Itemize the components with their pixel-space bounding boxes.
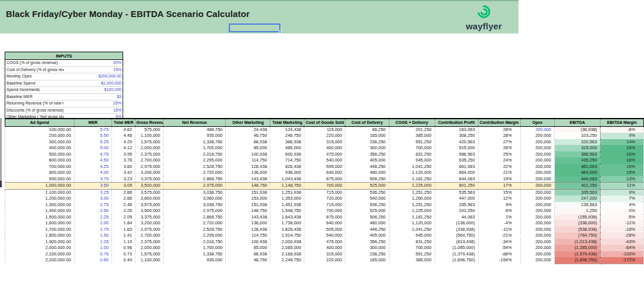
cell-mer[interactable]: 2.75: [74, 202, 112, 208]
cell-other-marketing[interactable]: 153,000: [226, 196, 270, 202]
cell-total-marketing[interactable]: 124,438: [270, 126, 304, 133]
cell-gross-revenue[interactable]: 2,000,000: [135, 245, 164, 251]
cell-other-marketing[interactable]: 85,000: [226, 245, 270, 251]
cell-total-marketing[interactable]: 826,438: [270, 164, 304, 170]
cell-net-revenue[interactable]: 2,018,750: [164, 239, 226, 245]
cell-ad-spend[interactable]: 1,700,000.00: [5, 227, 74, 233]
selected-cell[interactable]: [229, 23, 280, 32]
column-header-cogs-delivery[interactable]: COGS + Delivery: [389, 119, 435, 126]
cell-ad-spend[interactable]: 1,400,000.00: [5, 208, 74, 214]
cell-ad-spend[interactable]: 1,100,000.00: [5, 189, 74, 196]
cell-ad-spend[interactable]: 300,000.00: [5, 139, 74, 146]
cell-total-mer[interactable]: 4.29: [112, 139, 135, 146]
cell-total-mer[interactable]: 3.60: [112, 164, 135, 170]
cell-other-marketing[interactable]: 136,000: [226, 170, 270, 176]
cell-ad-spend[interactable]: 1,200,000.00: [5, 196, 74, 202]
cell-ebitda[interactable]: 461,063: [554, 164, 600, 170]
column-header-other-marketing[interactable]: Other Marketing: [226, 119, 270, 126]
cell-gross-revenue[interactable]: 2,375,000: [135, 151, 164, 158]
input-value[interactable]: $1,000,000: [64, 80, 123, 87]
cell-cost-of-goods-sold[interactable]: 475,000: [304, 151, 345, 158]
cell-total-mer[interactable]: 3.78: [112, 157, 135, 164]
cell-cogs-delivery[interactable]: 831,250: [389, 239, 435, 245]
cell-ebitda[interactable]: (1,579,438): [554, 251, 600, 258]
cell-ebitda-margin[interactable]: -100%: [600, 251, 643, 258]
cell-total-mer[interactable]: 4.12: [112, 145, 135, 151]
cell-cogs-delivery[interactable]: 1,251,250: [389, 189, 435, 196]
cell-ebitda-margin[interactable]: -5%: [600, 214, 643, 221]
cell-opex[interactable]: 200,000: [520, 183, 554, 190]
cell-contribution-profit[interactable]: 515,000: [435, 145, 478, 151]
cell-mer[interactable]: 1.75: [74, 227, 112, 233]
input-value[interactable]: 20%: [64, 60, 123, 67]
cell-cost-of-delivery[interactable]: 356,250: [345, 239, 389, 245]
cell-net-revenue[interactable]: 2,720,000: [164, 220, 226, 227]
cell-cost-of-delivery[interactable]: 165,000: [345, 133, 389, 139]
cell-total-marketing[interactable]: 246,750: [270, 133, 304, 139]
cell-cost-of-goods-sold[interactable]: 640,000: [304, 170, 345, 176]
cell-ebitda[interactable]: (764,750): [554, 233, 600, 239]
cell-cogs-delivery[interactable]: 1,181,250: [389, 214, 435, 221]
cell-total-mer[interactable]: 1.84: [112, 220, 135, 227]
cell-cost-of-goods-sold[interactable]: 675,000: [304, 176, 345, 183]
cell-gross-revenue[interactable]: 3,200,000: [135, 170, 164, 176]
cell-opex[interactable]: 200,000: [520, 189, 554, 196]
cell-cost-of-delivery[interactable]: 236,250: [345, 251, 389, 258]
cell-other-marketing[interactable]: 85,000: [226, 145, 270, 151]
cell-net-revenue[interactable]: 1,338,750: [164, 139, 226, 146]
cell-total-mer[interactable]: 1.41: [112, 233, 135, 239]
cell-gross-revenue[interactable]: 2,700,000: [135, 233, 164, 239]
cell-opex[interactable]: 200,000: [520, 176, 554, 183]
cell-mer[interactable]: 1.00: [74, 245, 112, 251]
cell-total-mer[interactable]: 4.46: [112, 133, 135, 139]
column-header-gross-revenue[interactable]: Gross Revenue: [135, 119, 164, 126]
cell-ad-spend[interactable]: 2,100,000.00: [5, 251, 74, 258]
cell-contribution-margin[interactable]: -154%: [478, 257, 520, 264]
cell-contribution-margin[interactable]: 21%: [478, 170, 520, 176]
cell-ad-spend[interactable]: 600,000.00: [5, 157, 74, 164]
cell-net-revenue[interactable]: 2,018,750: [164, 151, 226, 158]
cell-total-mer[interactable]: 3.95: [112, 151, 135, 158]
cell-cost-of-delivery[interactable]: 506,250: [345, 214, 389, 221]
cell-cogs-delivery[interactable]: 1,120,000: [389, 220, 435, 227]
cell-gross-revenue[interactable]: 3,575,000: [135, 202, 164, 208]
cell-total-mer[interactable]: 3.23: [112, 176, 135, 183]
cell-total-marketing[interactable]: 1,548,750: [270, 208, 304, 214]
cell-cost-of-delivery[interactable]: 165,000: [345, 257, 389, 264]
cell-ebitda[interactable]: (36,938): [554, 126, 600, 133]
cell-ebitda[interactable]: (1,285,000): [554, 245, 600, 251]
cell-contribution-margin[interactable]: 12%: [478, 196, 520, 202]
cell-ebitda[interactable]: (155,938): [554, 214, 600, 221]
cell-ad-spend[interactable]: 1,800,000.00: [5, 233, 74, 239]
cell-opex[interactable]: 200,000: [520, 220, 554, 227]
cell-mer[interactable]: 4.25: [74, 164, 112, 170]
cell-cost-of-goods-sold[interactable]: 715,000: [304, 202, 345, 208]
cell-contribution-margin[interactable]: -54%: [478, 245, 520, 251]
cell-net-revenue[interactable]: 2,868,750: [164, 176, 226, 183]
cell-gross-revenue[interactable]: 3,200,000: [135, 220, 164, 227]
cell-total-marketing[interactable]: 1,736,000: [270, 220, 304, 227]
cell-ad-spend[interactable]: 400,000.00: [5, 145, 74, 151]
cell-contribution-margin[interactable]: 15%: [478, 189, 520, 196]
cell-contribution-margin[interactable]: 27%: [478, 139, 520, 146]
cell-opex[interactable]: 200,000: [520, 151, 554, 158]
cell-ebitda-margin[interactable]: 7%: [600, 196, 643, 202]
cell-gross-revenue[interactable]: 1,575,000: [135, 139, 164, 146]
cell-opex[interactable]: 200,000: [520, 126, 554, 133]
cell-mer[interactable]: 4.00: [74, 170, 112, 176]
cell-ebitda-margin[interactable]: 16%: [600, 145, 643, 151]
cell-contribution-profit[interactable]: 335,563: [435, 202, 478, 208]
cell-contribution-margin[interactable]: -4%: [478, 220, 520, 227]
cell-ebitda-margin[interactable]: 16%: [600, 151, 643, 158]
cell-ad-spend[interactable]: 100,000.00: [5, 126, 74, 133]
column-header-ad-spend[interactable]: Ad Spend: [5, 119, 74, 126]
cell-ebitda-margin[interactable]: 16%: [600, 157, 643, 164]
cell-ad-spend[interactable]: 700,000.00: [5, 164, 74, 170]
cell-ebitda[interactable]: 1,250: [554, 208, 600, 214]
cell-mer[interactable]: 4.75: [74, 151, 112, 158]
cell-contribution-profit[interactable]: 201,250: [435, 208, 478, 214]
cell-other-marketing[interactable]: 143,438: [226, 176, 270, 183]
cell-gross-revenue[interactable]: 1,575,000: [135, 251, 164, 258]
cell-cost-of-delivery[interactable]: 405,000: [345, 233, 389, 239]
cell-cost-of-delivery[interactable]: 356,250: [345, 151, 389, 158]
